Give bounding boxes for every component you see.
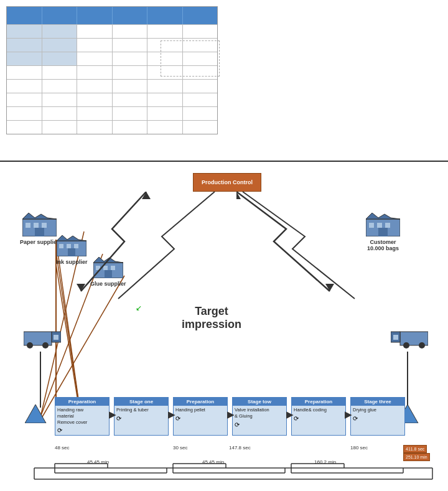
table-cell — [42, 52, 78, 65]
ink-supplier-label: Ink supplier — [56, 259, 88, 265]
process-box-stage3: Stage three Drying glue ⟳ — [350, 397, 405, 436]
process-box-prep3: Preparation Handle& coding ⟳ — [291, 397, 346, 436]
factory-icon-customer — [366, 213, 400, 236]
svg-rect-50 — [96, 266, 100, 270]
process-icon-prep1: ⟳ — [55, 426, 109, 434]
table-cell — [42, 39, 78, 52]
table-row — [7, 93, 217, 106]
table-cell — [7, 39, 42, 52]
svg-rect-59 — [378, 228, 388, 236]
customer: Customer 10.000 bags — [366, 213, 400, 251]
factory-icon-glue — [93, 257, 123, 278]
table-cell — [7, 25, 42, 38]
header-cell-2 — [42, 7, 78, 24]
process-header-prep2: Preparation — [174, 398, 227, 406]
table-cell — [147, 25, 183, 38]
svg-rect-67 — [393, 335, 398, 340]
process-header-stage1: Stage one — [114, 398, 168, 406]
paper-supplier-label: Paper supplier — [20, 239, 59, 245]
table-cell — [7, 80, 42, 93]
table-header — [7, 7, 217, 24]
svg-point-68 — [403, 342, 409, 348]
table-cell — [183, 121, 218, 134]
process-body-prep3: Handle& coding — [292, 406, 345, 414]
svg-marker-55 — [366, 213, 400, 219]
table-cell — [7, 107, 42, 120]
process-header-prep3: Preparation — [292, 398, 345, 406]
table-cell — [7, 52, 42, 65]
svg-rect-40 — [42, 223, 47, 228]
process-body-prep2: Handing pellet — [174, 406, 227, 414]
svg-marker-72 — [142, 192, 151, 199]
factory-icon-ink — [57, 235, 86, 256]
paper-supplier: Paper supplier — [20, 213, 59, 245]
time-box-4118sec: 411.8 sec — [403, 445, 427, 453]
table-cell — [77, 25, 113, 38]
cursor-indicator: ↙ — [136, 304, 142, 312]
time-label-1602min: 160.2 min — [314, 459, 336, 465]
push-arrow-4: ▶ — [286, 409, 293, 419]
process-body-stage2: Valve installation& Gluing — [233, 406, 286, 421]
process-header-stage2: Stage tow — [233, 398, 286, 406]
table-cell — [77, 80, 113, 93]
header-cell-6 — [183, 7, 218, 24]
svg-rect-44 — [59, 244, 63, 248]
process-icon-prep3: ⟳ — [292, 414, 345, 423]
svg-marker-73 — [77, 284, 85, 291]
table-cell — [113, 93, 148, 106]
table-cell — [42, 66, 78, 79]
table-cell — [147, 80, 183, 93]
svg-rect-57 — [377, 223, 382, 228]
header-cell-4 — [113, 7, 148, 24]
push-arrow-2: ▶ — [168, 409, 175, 419]
process-icon-prep2: ⟳ — [174, 414, 227, 423]
table-cell — [42, 80, 78, 93]
table-cell — [42, 25, 78, 38]
table-cell — [113, 107, 148, 120]
factory-icon-paper — [22, 213, 57, 236]
svg-marker-74 — [236, 192, 241, 199]
svg-rect-58 — [385, 223, 390, 228]
target-impression-text: Target impression — [149, 305, 274, 331]
table-cell — [147, 107, 183, 120]
process-body-stage3: Drying glue — [351, 406, 404, 414]
svg-rect-38 — [26, 223, 30, 228]
table-cell — [42, 93, 78, 106]
production-control-label: Production Control — [202, 179, 253, 185]
push-arrow-1: ▶ — [109, 409, 116, 419]
svg-rect-52 — [111, 266, 115, 270]
table-cell — [77, 93, 113, 106]
table-cell — [183, 107, 218, 120]
time-label-180sec: 180 sec — [350, 445, 368, 451]
table-cell — [7, 93, 42, 106]
svg-rect-41 — [35, 228, 44, 236]
svg-rect-53 — [105, 270, 112, 278]
table-cell — [113, 66, 148, 79]
table-cell — [77, 121, 113, 134]
time-label-1478sec: 147.8 sec — [229, 445, 251, 451]
svg-rect-62 — [54, 335, 58, 340]
glue-supplier-label: Glue supplier — [90, 281, 126, 287]
time-label-48sec: 48 sec — [55, 445, 70, 451]
svg-rect-51 — [103, 266, 108, 270]
process-body-stage1: Printing & tuber — [114, 406, 168, 414]
table-cell — [147, 121, 183, 134]
svg-point-69 — [419, 342, 425, 348]
table-row — [7, 120, 217, 134]
svg-marker-49 — [93, 257, 123, 263]
process-header-stage3: Stage three — [351, 398, 404, 406]
process-box-prep1: Preparation Handing rawmaterialRemove co… — [55, 397, 110, 436]
svg-rect-56 — [369, 223, 374, 228]
vsm-section: Production Control Paper supplier Ink su… — [0, 162, 448, 491]
truck-icon-left — [24, 329, 61, 350]
svg-rect-39 — [34, 223, 39, 228]
header-cell-5 — [147, 7, 183, 24]
table-cell — [42, 107, 78, 120]
time-label-4545min2: 45.45 min — [202, 459, 224, 465]
push-arrow-5: ▶ — [345, 409, 352, 419]
table-cell — [77, 52, 113, 65]
process-icon-stage1: ⟳ — [114, 414, 168, 423]
table-cell — [7, 121, 42, 134]
left-inventory-triangle — [25, 404, 47, 426]
triangle-icon-left — [25, 404, 47, 423]
